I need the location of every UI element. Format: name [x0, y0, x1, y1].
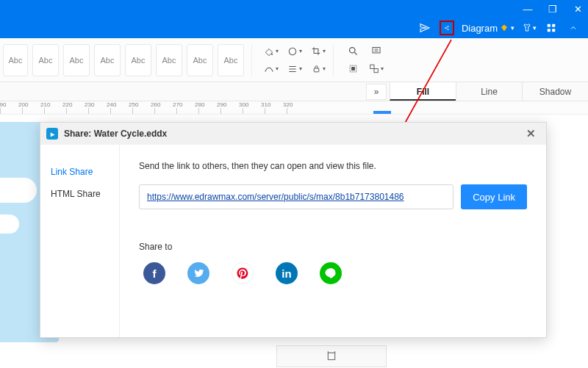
svg-rect-15 — [328, 353, 334, 359]
panel-collapse-button[interactable]: » — [366, 84, 387, 100]
align-icon[interactable] — [326, 350, 337, 362]
diamond-icon — [500, 24, 509, 32]
shape-style-3[interactable]: Abc — [94, 44, 121, 76]
dialog-title: Share: Water Cycle.eddx — [64, 129, 167, 139]
collapse-ribbon-icon[interactable] — [566, 21, 581, 35]
linkedin-icon[interactable]: in — [276, 262, 298, 284]
maximize-button[interactable]: ❐ — [547, 4, 559, 15]
tshirt-icon[interactable]: ▾ — [522, 21, 537, 35]
svg-rect-8 — [314, 68, 319, 72]
search-icon[interactable] — [345, 45, 360, 58]
horizontal-ruler: 190 200 210 220 230 240 250 260 270 280 … — [0, 101, 588, 115]
shape-style-4[interactable]: Abc — [125, 44, 151, 76]
tab-line[interactable]: Line — [456, 82, 522, 101]
shape-style-1[interactable]: Abc — [32, 44, 59, 76]
toolbar-separator — [251, 44, 252, 76]
svg-point-0 — [445, 27, 445, 28]
svg-point-2 — [448, 29, 448, 29]
share-link-input[interactable]: https://www.edrawmax.com/server/public/s… — [139, 184, 453, 209]
window-titlebar: — ❐ ✕ — [0, 0, 588, 18]
share-description: Send the link to others, then they can o… — [139, 161, 527, 171]
line-icon[interactable] — [320, 262, 342, 284]
svg-rect-10 — [373, 48, 380, 54]
lock-icon[interactable]: ▾ — [311, 62, 326, 76]
share-to-label: Share to — [139, 242, 527, 252]
svg-point-7 — [289, 48, 295, 54]
shape-style-2[interactable]: Abc — [63, 44, 90, 76]
sidebar-item-html-share[interactable]: HTML Share — [40, 183, 119, 205]
svg-rect-13 — [370, 65, 374, 68]
layers-icon[interactable] — [369, 45, 384, 58]
send-icon[interactable] — [417, 21, 432, 35]
crop-icon[interactable]: ▾ — [311, 45, 326, 58]
top-menubar: Diagram ▾ ▾ — [0, 18, 588, 38]
toolbar-separator-2 — [333, 44, 334, 76]
group-icon[interactable]: ▾ — [369, 62, 384, 76]
shape-style-0[interactable]: Abc — [3, 44, 28, 76]
svg-rect-5 — [548, 29, 551, 32]
select-icon[interactable] — [345, 62, 360, 76]
tab-shadow[interactable]: Shadow — [522, 82, 588, 101]
dialog-main: Send the link to others, then they can o… — [120, 145, 546, 337]
cloud-shape-1 — [0, 178, 37, 203]
dialog-titlebar: ▸ Share: Water Cycle.eddx ✕ — [40, 123, 546, 145]
shape-style-5[interactable]: Abc — [156, 44, 182, 76]
svg-rect-12 — [351, 68, 354, 71]
shape-style-7[interactable]: Abc — [218, 44, 244, 76]
list-icon[interactable]: ▾ — [287, 62, 302, 76]
social-row: f in — [139, 262, 527, 284]
shape-outline-icon[interactable]: ▾ — [287, 45, 302, 58]
share-icon[interactable] — [440, 21, 454, 35]
tool-cluster-2: ▾ — [345, 45, 384, 76]
bottom-panel-fragment — [276, 345, 387, 367]
share-dialog: ▸ Share: Water Cycle.eddx ✕ Link Share H… — [40, 122, 547, 338]
shape-style-6[interactable]: Abc — [187, 44, 213, 76]
dialog-close-button[interactable]: ✕ — [522, 126, 540, 142]
apps-icon[interactable] — [544, 21, 559, 35]
copy-link-button[interactable]: Copy Link — [461, 184, 527, 209]
fill-bucket-icon[interactable]: ▾ — [264, 45, 279, 58]
dialog-sidebar: Link Share HTML Share — [40, 145, 120, 337]
facebook-icon[interactable]: f — [143, 262, 165, 284]
cloud-shape-2 — [0, 214, 19, 234]
diagram-menu-label: Diagram — [462, 23, 498, 34]
twitter-icon[interactable] — [187, 262, 209, 284]
svg-rect-14 — [374, 69, 378, 73]
close-window-button[interactable]: ✕ — [572, 4, 584, 15]
svg-rect-4 — [552, 24, 555, 27]
svg-rect-6 — [552, 29, 555, 32]
ribbon-toolbar: Abc Abc Abc Abc Abc Abc Abc Abc ▾ ▾ ▾ ▾ … — [0, 38, 588, 82]
pinterest-icon[interactable] — [232, 262, 254, 284]
svg-point-1 — [448, 26, 448, 26]
tab-fill[interactable]: Fill — [390, 82, 456, 101]
sidebar-item-link-share[interactable]: Link Share — [40, 161, 119, 183]
minimize-button[interactable]: — — [522, 4, 534, 15]
svg-rect-3 — [548, 24, 551, 27]
side-panel-tabs: » Fill Line Shadow — [0, 82, 588, 101]
svg-point-9 — [349, 48, 355, 54]
tool-cluster-1: ▾ ▾ ▾ ▾ ▾ ▾ — [264, 45, 326, 76]
diagram-menu[interactable]: Diagram ▾ — [462, 23, 514, 34]
line-style-icon[interactable]: ▾ — [264, 62, 279, 76]
app-logo-icon: ▸ — [46, 128, 58, 140]
